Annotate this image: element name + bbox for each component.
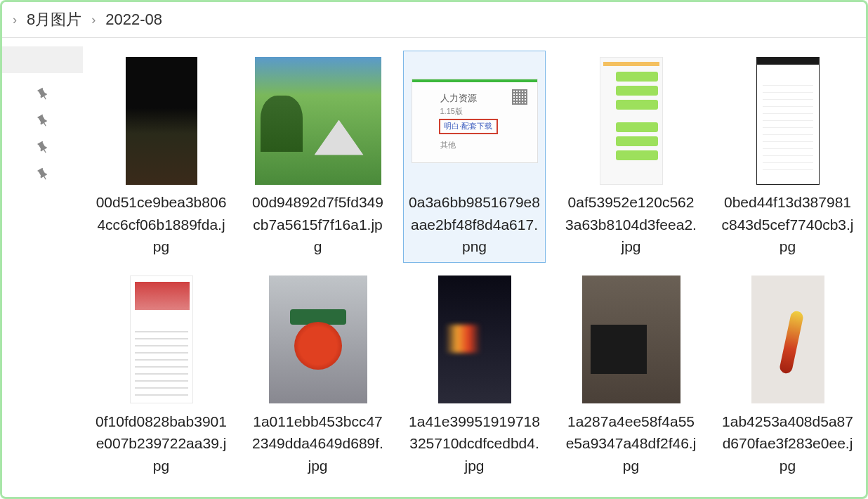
chevron-right-icon: › [91, 13, 96, 27]
thumbnail [255, 56, 381, 186]
pin-icon [33, 138, 52, 157]
breadcrumb-parent[interactable]: 8月图片 [27, 9, 81, 30]
filename: 0af53952e120c5623a63b8104d3feea2.jpg [565, 191, 697, 258]
thumbnail: 人力资源 1.15版 明白·配套下载 其他 [412, 56, 538, 186]
filename: 0a3a6bb9851679e8aae2bf48f8d4a617.png [408, 191, 541, 258]
filename: 0bed44f13d387981c843d5cef7740cb3.jpg [721, 191, 854, 258]
pin-icon [33, 111, 52, 130]
thumbnail [98, 275, 225, 405]
thumbnail [725, 56, 851, 186]
main-container: 00d51ce9bea3b8064cc6cf06b1889fda.jpg 00d… [2, 38, 866, 496]
file-item[interactable]: 00d94892d7f5fd349cb7a5615f7f16a1.jpg [246, 51, 389, 263]
filename: 00d51ce9bea3b8064cc6cf06b1889fda.jpg [95, 191, 228, 258]
filename: 00d94892d7f5fd349cb7a5615f7f16a1.jpg [251, 191, 384, 258]
thumbnail [725, 275, 851, 405]
filename: 1a287a4ee58f4a55e5a9347a48df2f46.jpg [565, 410, 697, 477]
sidebar-item[interactable] [2, 46, 83, 73]
filename: 1a41e39951919718325710dcdfcedbd4.jpg [408, 410, 541, 477]
filename: 0f10fd0828bab3901e007b239722aa39.jpg [95, 410, 228, 477]
file-item[interactable]: 0af53952e120c5623a63b8104d3feea2.jpg [560, 51, 702, 263]
file-item[interactable]: 0f10fd0828bab3901e007b239722aa39.jpg [90, 270, 232, 482]
file-item[interactable]: 1ab4253a408d5a87d670fae3f283e0ee.jpg [716, 270, 859, 482]
thumbnail [98, 56, 225, 186]
thumbnail [568, 56, 695, 186]
pin-icon [33, 84, 52, 103]
file-item[interactable]: 人力资源 1.15版 明白·配套下载 其他 0a3a6bb9851679e8aa… [403, 51, 546, 263]
file-item[interactable]: 1a011ebb453bcc472349dda4649d689f.jpg [246, 270, 389, 482]
file-grid: 00d51ce9bea3b8064cc6cf06b1889fda.jpg 00d… [83, 38, 866, 496]
chevron-right-icon: › [13, 13, 17, 27]
file-item[interactable]: 00d51ce9bea3b8064cc6cf06b1889fda.jpg [90, 51, 232, 263]
thumbnail [412, 275, 538, 405]
breadcrumb-current[interactable]: 2022-08 [105, 11, 162, 29]
thumbnail [255, 275, 381, 405]
sidebar [2, 38, 83, 496]
thumbnail [568, 275, 695, 405]
file-item[interactable]: 1a41e39951919718325710dcdfcedbd4.jpg [403, 270, 546, 482]
breadcrumb: › 8月图片 › 2022-08 [2, 2, 866, 37]
file-item[interactable]: 0bed44f13d387981c843d5cef7740cb3.jpg [716, 51, 859, 263]
file-item[interactable]: 1a287a4ee58f4a55e5a9347a48df2f46.jpg [560, 270, 702, 482]
filename: 1ab4253a408d5a87d670fae3f283e0ee.jpg [721, 410, 854, 477]
pin-icon [33, 164, 52, 183]
filename: 1a011ebb453bcc472349dda4649d689f.jpg [251, 410, 384, 477]
